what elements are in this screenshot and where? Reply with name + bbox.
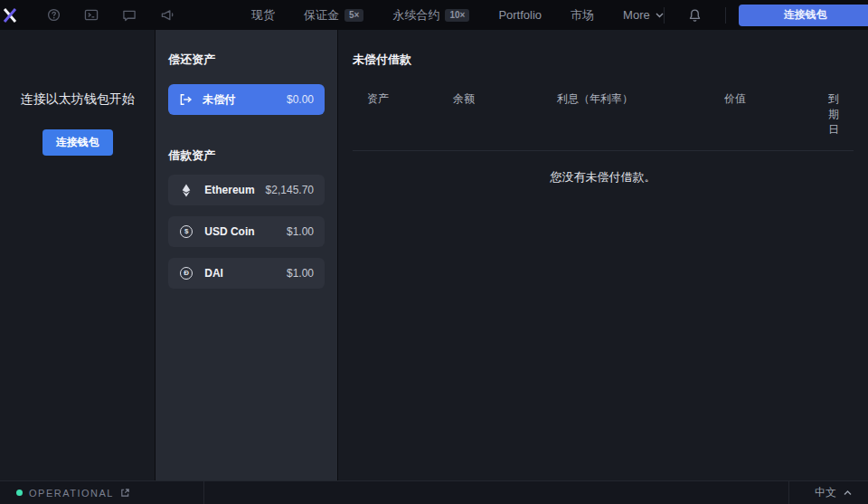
repay-heading: 偿还资产 <box>168 52 325 68</box>
nav-item-label: 保证金 <box>304 7 339 24</box>
footer-bar: OPERATIONAL 中文 <box>0 480 868 504</box>
x-logo-icon <box>0 5 20 25</box>
asset-name: Ethereum <box>204 184 254 196</box>
nav-item-more[interactable]: More <box>623 8 664 22</box>
status-label: OPERATIONAL <box>29 488 114 499</box>
nav-item-spot[interactable]: 现货 <box>251 7 275 24</box>
nav-item-label: Portfolio <box>498 8 542 22</box>
nav-icon-group <box>20 8 204 22</box>
asset-value: $1.00 <box>287 225 314 238</box>
repay-arrow-icon <box>179 93 193 106</box>
outstanding-label: 未偿付 <box>203 92 235 108</box>
nav-item-label: 市场 <box>571 7 594 24</box>
loans-table-header: 资产 余额 利息（年利率） 价值 到期日 <box>353 91 854 150</box>
top-nav: 现货 保证金 5× 永续合约 10× Portfolio 市场 More <box>0 0 868 30</box>
connect-wallet-button[interactable]: 连接钱包 <box>739 5 868 26</box>
language-label: 中文 <box>815 485 836 500</box>
connect-prompt-text: 连接以太坊钱包开始 <box>21 91 135 108</box>
column-asset: 资产 <box>367 91 453 138</box>
dai-icon: Đ <box>179 267 193 280</box>
asset-row-usdcoin[interactable]: $ USD Coin $1.00 <box>168 216 325 247</box>
nav-item-label: More <box>623 8 650 22</box>
column-interest-apr: 利息（年利率） <box>557 91 724 138</box>
ethereum-icon <box>179 184 193 197</box>
nav-item-markets[interactable]: 市场 <box>571 7 594 24</box>
connect-wallet-button-small[interactable]: 连接钱包 <box>42 129 113 156</box>
external-link-icon <box>120 488 130 498</box>
nav-links: 现货 保证金 5× 永续合约 10× Portfolio 市场 More <box>204 7 664 24</box>
column-value: 价值 <box>724 91 828 138</box>
column-balance: 余额 <box>453 91 557 138</box>
help-icon[interactable] <box>47 8 61 22</box>
nav-item-margin[interactable]: 保证金 5× <box>304 7 363 24</box>
loans-table: 资产 余额 利息（年利率） 价值 到期日 您没有未偿付借款。 <box>353 91 854 185</box>
leverage-badge: 10× <box>445 9 469 22</box>
outstanding-loans-panel: 未偿付借款 资产 余额 利息（年利率） 价值 到期日 您没有未偿付借款。 <box>338 30 868 480</box>
wallet-connect-panel: 连接以太坊钱包开始 连接钱包 <box>0 30 156 480</box>
notifications-button[interactable] <box>665 8 725 23</box>
dydx-x-logo[interactable] <box>0 0 20 30</box>
nav-item-perpetual[interactable]: 永续合约 10× <box>392 7 469 24</box>
nav-item-portfolio[interactable]: Portfolio <box>498 8 542 22</box>
asset-value: $1.00 <box>287 267 314 280</box>
loans-heading: 未偿付借款 <box>353 52 854 68</box>
outstanding-button[interactable]: 未偿付 $0.00 <box>168 84 325 115</box>
empty-loans-message: 您没有未偿付借款。 <box>353 151 854 185</box>
asset-row-ethereum[interactable]: Ethereum $2,145.70 <box>168 175 325 205</box>
borrow-heading: 借款资产 <box>168 147 325 164</box>
outstanding-value: $0.00 <box>287 93 314 106</box>
nav-item-label: 永续合约 <box>392 7 439 24</box>
chevron-down-icon <box>656 13 664 18</box>
chevron-up-icon <box>844 490 852 496</box>
language-selector[interactable]: 中文 <box>788 481 868 504</box>
nav-divider <box>725 7 726 24</box>
announcement-icon[interactable] <box>160 8 175 22</box>
asset-name: USD Coin <box>204 225 254 238</box>
chat-icon[interactable] <box>122 8 137 22</box>
leverage-badge: 5× <box>344 9 363 22</box>
column-due-date: 到期日 <box>828 91 839 138</box>
usdc-icon: $ <box>179 225 193 238</box>
nav-right-group: 连接钱包 <box>664 5 868 26</box>
bell-icon <box>688 8 702 23</box>
asset-name: DAI <box>204 267 223 280</box>
nav-item-label: 现货 <box>251 7 275 24</box>
repay-panel: 偿还资产 未偿付 $0.00 借款资产 Ethereum $2,145.70 <box>156 30 338 480</box>
status-dot <box>16 490 23 496</box>
asset-value: $2,145.70 <box>266 184 314 196</box>
main-content: 连接以太坊钱包开始 连接钱包 偿还资产 未偿付 $0.00 借款资产 Ether… <box>0 30 868 480</box>
status-link[interactable]: OPERATIONAL <box>0 481 204 504</box>
terminal-icon[interactable] <box>84 8 99 22</box>
asset-row-dai[interactable]: Đ DAI $1.00 <box>168 258 325 289</box>
